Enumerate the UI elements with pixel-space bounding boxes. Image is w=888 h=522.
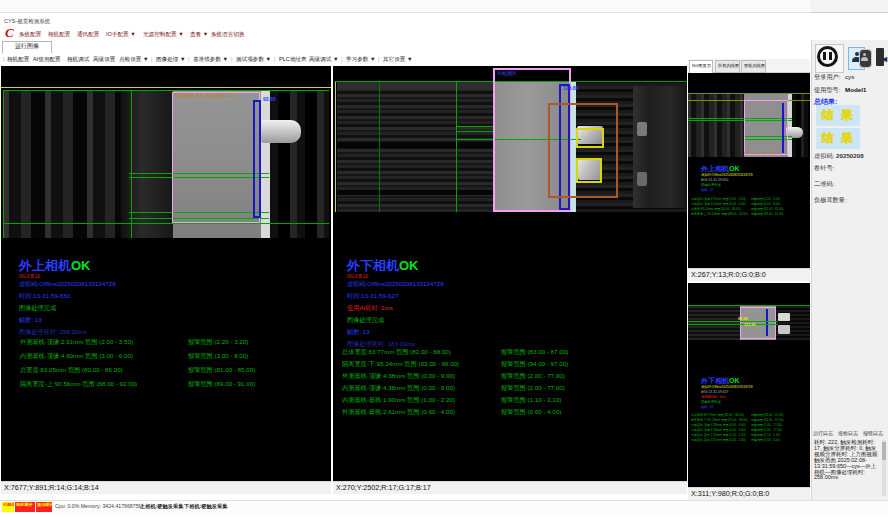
camera-view-lower[interactable]: AI检测区 123.80 外下相机OK NG:0;B:10 虚拟码:Offlin…: [333, 66, 687, 481]
lower-camera-mode: 下相机:硬触发采集: [184, 503, 227, 509]
needle-number-label: 卷针号:: [814, 164, 834, 171]
alarm-range: 报警范围:(2.00 - 77.00): [501, 372, 565, 379]
camera-status-indicator: 相机断开: [15, 502, 35, 512]
mini-frame: 帧数: 13: [701, 405, 713, 409]
menu-item-system-config[interactable]: 系统配置: [19, 31, 41, 37]
measurement-row: 隔离宽度-上:90.56mm 范围:(88.00 - 92.00): [20, 380, 137, 387]
exit-button[interactable]: ◄: [874, 46, 888, 70]
toolbar: [0, 0, 810, 13]
measurement-row: 总宽度:83.05mm 范围:(80.00 - 86.00): [20, 366, 123, 373]
pixel-status-upper: X:7677;Y:891;R:14;G:14;B:14: [1, 481, 331, 494]
mini-camera-title: 外下相机OK: [701, 377, 740, 385]
menu-item-light-config[interactable]: 光源控制配置 ▼: [143, 31, 184, 37]
result-ok: OK: [71, 258, 91, 273]
mini-time: 时间:13-31-59-650: [701, 178, 728, 182]
tool-test-params[interactable]: 测试项参数 ▼: [236, 56, 271, 62]
measurement-row: 内测基线-顶缘:4.60mm 范围:(3.00 - 6.00): [20, 352, 133, 359]
upper-camera-mode: 上相机:硬触发采集: [140, 503, 183, 509]
tab-count-label: 负极耳数量:: [814, 196, 847, 203]
ai-time-line: 使用AI耗时: 1ms: [347, 304, 393, 311]
camera-title: 外上相机OK: [19, 260, 91, 271]
heartbeat-indicator: 心跳信号: [2, 502, 14, 512]
mini-camera-title: 外上相机OK: [701, 165, 740, 173]
menu-item-language[interactable]: 系统语言切换: [211, 31, 245, 37]
pixel-status-mini-lower: X:311;Y:980;R:0;G:0;B:0: [688, 487, 810, 500]
frame-line: 帧数: 13: [347, 328, 370, 335]
mini-done: 图像处理完成: [701, 400, 721, 404]
mini-view-upper[interactable]: 静态阈值:93, 动态阈值:100 外上相机OK 虚拟码:Offline2025…: [688, 73, 810, 268]
roi-rect-blue: [253, 100, 261, 218]
measurement-row: 内测基线-基线:1.90mm 范围:(1.00 - 2.20): [342, 396, 455, 403]
alarm-range: 报警范围:(2.00 - 77.00): [501, 384, 565, 391]
alarm-range: 报警范围:(3.00 - 8.00): [188, 352, 248, 359]
camera-title: 外下相机OK: [347, 260, 419, 271]
ng-count: NG:0;B:10: [19, 274, 40, 279]
tool-plc-address[interactable]: PLC地址表: [279, 56, 307, 62]
tool-camera-debug[interactable]: 相机调试: [67, 56, 89, 62]
frame-line: 帧数: 13: [19, 316, 42, 323]
mini-tab-panel-lines[interactable]: 面板内线图: [741, 60, 766, 73]
tool-learning-params[interactable]: 学习参数 ▼: [346, 56, 376, 62]
elapsed-line: 图像处理耗时: 258.00ms: [19, 328, 87, 335]
pause-icon: [817, 46, 838, 67]
alarm-range: 报警范围:(1.10 - 2.10): [501, 396, 561, 403]
alarm-range: 报警范围:(94.00 - 97.00): [501, 360, 568, 367]
log-tab-inspect[interactable]: 巡检日志: [838, 431, 858, 436]
login-user-label: 登录用户:: [814, 73, 841, 80]
mini-tab-ng-display[interactable]: NG图显示: [689, 60, 713, 73]
log-tab-error[interactable]: 报错日志: [863, 431, 883, 436]
alarm-range: 报警范围:(83.00 - 87.00): [501, 348, 568, 355]
mini-tab-all-lines[interactable]: 所有内线图: [715, 60, 740, 73]
tool-spot-check[interactable]: 点检设置 ▼: [119, 56, 149, 62]
measurement-row: 外测基线-顶缘:2.91mm 范围:(2.00 - 3.50): [20, 338, 133, 345]
operator-button[interactable]: [859, 49, 872, 68]
tool-baseline-params[interactable]: 基准线参数 ▼: [193, 56, 228, 62]
comm-status-indicator: 通讯断开: [36, 502, 52, 512]
alarm-range: 报警范围:(0.60 - 4.00): [501, 408, 561, 415]
camera-image-upper: [3, 90, 329, 238]
alarm-range: 报警范围:(89.00 - 91.00): [188, 380, 255, 387]
tool-image-processing[interactable]: 图像处理 ▼: [156, 56, 186, 62]
alarm-range: 报警范围:(81.00 - 85.00): [188, 366, 255, 373]
measurement-row: 外测基线-基线:2.61mm 范围:(0.60 - 4.00): [342, 408, 455, 415]
tool-camera-config[interactable]: 相机配置: [7, 56, 29, 62]
menu-item-comm-config[interactable]: 通讯配置: [77, 31, 99, 37]
tool-advanced-debug[interactable]: 高级调试 ▼: [309, 56, 339, 62]
measurement-row: 内测基线-顶缘:4.38mm 范围:(0.00 - 9.00): [342, 384, 455, 391]
barcode-line: 虚拟码:Offline20250208133134728: [347, 280, 444, 287]
log-tab-run[interactable]: 运行日志: [813, 431, 833, 436]
elapsed-line: 图像处理耗时: 183.00ms: [347, 340, 415, 347]
mini-frame: 帧数: 13: [701, 188, 713, 192]
mini-overlay-value-2: 123.80: [744, 323, 756, 327]
mini-time: 时间:13-31-59-627: [701, 390, 728, 394]
tool-ai-config[interactable]: AI使用配置: [33, 56, 61, 62]
roi-rect-pink: [172, 92, 260, 223]
done-line: 图像处理完成: [347, 316, 384, 323]
menu-item-io-config[interactable]: IO手配置 ▼: [106, 31, 136, 37]
pause-button[interactable]: [815, 44, 844, 73]
pixel-status-mini-upper: X:267;Y:13;R:0;G:0;B:0: [688, 268, 810, 281]
ai-region-label: AI检测区: [497, 70, 517, 76]
camera-view-upper[interactable]: 93.88 静态阈值:93, 动态阈值:100 外上相机OK NG:0;B:10…: [1, 66, 331, 481]
tool-other-settings[interactable]: 其它设置 ▼: [383, 56, 413, 62]
tool-advanced-settings[interactable]: 高级设置: [93, 56, 115, 62]
threshold-label: 静态阈值:93, 动态阈值:100: [175, 92, 234, 98]
tab-run-image[interactable]: 运行图像: [2, 41, 52, 53]
login-user-value: cys: [845, 73, 854, 80]
log-text: 耗时: 222, 触发检测耗时: 17, 触发分屏耗时: 0, 触发视频分屏耗时…: [814, 440, 881, 480]
qr-code-label: 二维码:: [814, 180, 834, 187]
main-window: CYS-视觉检测系统 C 系统配置 相机配置 通讯配置 IO手配置 ▼ 光源控制…: [0, 0, 888, 522]
sidebar-barcode: 虚拟码: 20250208: [814, 152, 864, 159]
measure-value-label: 123.80: [563, 85, 578, 91]
done-line: 图像处理完成: [19, 304, 56, 311]
mini-view-lower[interactable]: 93.88 123.80 外下相机OK 虚拟码:Offline202502081…: [688, 283, 810, 487]
menu-item-camera-config[interactable]: 相机配置: [48, 31, 70, 37]
time-line: 时间:13-31-59-650: [19, 292, 70, 299]
roi-rect-brown: [548, 103, 618, 198]
menu-item-view[interactable]: 查看 ▼: [190, 31, 208, 37]
pixel-status-lower: X:270;Y:2502;R:17;G:17;B:17: [333, 481, 687, 494]
result-ok: OK: [399, 258, 419, 273]
measurement-row: 隔离宽度-下:95.24mm 范围:(93.00 - 98.00): [342, 360, 459, 367]
barcode-line: 虚拟码:Offline20250208133134728: [19, 280, 116, 287]
mini-done: 图像处理完成: [701, 183, 721, 187]
